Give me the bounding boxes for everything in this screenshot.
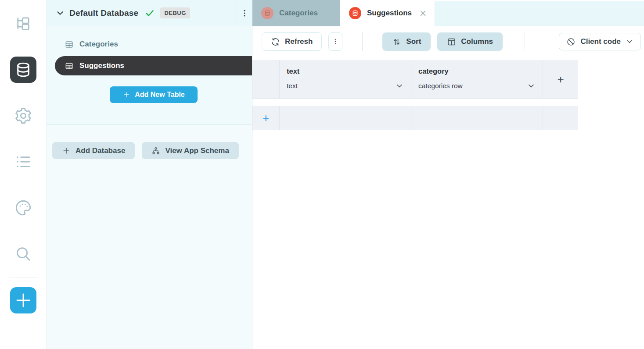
list-icon[interactable]: [10, 149, 36, 175]
toolbar-kebab-menu-icon[interactable]: [328, 32, 342, 51]
database-title: Default Database: [69, 8, 138, 18]
column-header-category[interactable]: category categories row: [411, 60, 543, 98]
row-handle-header-cell: [252, 60, 280, 98]
add-column-cell[interactable]: +: [543, 60, 578, 98]
add-row: +: [252, 106, 578, 130]
rail-divider: [9, 278, 38, 278]
empty-cell[interactable]: [411, 106, 543, 130]
add-database-button[interactable]: Add Database: [52, 142, 135, 159]
column-name: text: [287, 67, 404, 75]
add-new-table-label: Add New Table: [135, 91, 185, 99]
schema-icon: [151, 146, 160, 155]
toolbar-divider: [525, 32, 525, 51]
columns-icon: [447, 37, 456, 46]
add-column-plus-icon[interactable]: +: [557, 74, 564, 85]
table-item-label: Categories: [79, 40, 118, 49]
palette-icon[interactable]: [10, 195, 36, 221]
sort-arrows-icon: [392, 37, 401, 46]
column-type-label: categories row: [418, 82, 463, 90]
columns-button[interactable]: Columns: [437, 32, 503, 51]
sort-button[interactable]: Sort: [382, 32, 431, 51]
table-database-icon: [349, 7, 361, 19]
close-icon[interactable]: [419, 8, 427, 18]
tab-suggestions[interactable]: Suggestions: [340, 0, 435, 26]
grid-header-row: text text category categories row +: [252, 60, 578, 99]
client-code-dropdown[interactable]: Client code: [559, 33, 641, 50]
tree-icon[interactable]: [10, 11, 36, 37]
column-type-label: text: [287, 82, 298, 90]
tab-label: Suggestions: [367, 9, 412, 18]
plus-icon[interactable]: [10, 287, 36, 313]
debug-badge: DEBUG: [160, 7, 190, 18]
collapse-chevron-icon[interactable]: [54, 7, 67, 20]
client-code-label: Client code: [580, 37, 621, 46]
table-item-suggestions[interactable]: Suggestions: [55, 56, 252, 75]
chevron-down-icon: [395, 82, 404, 90]
refresh-label: Refresh: [285, 37, 313, 46]
add-row-cell[interactable]: +: [252, 106, 280, 130]
refresh-icon: [271, 37, 280, 46]
tab-categories[interactable]: Categories: [252, 0, 340, 26]
main-content: Categories Suggestions Refresh: [252, 0, 644, 349]
database-icon[interactable]: [10, 57, 36, 83]
sort-label: Sort: [406, 37, 421, 46]
database-panel: Default Database DEBUG Categories Sugges…: [47, 0, 252, 349]
table-database-icon: [261, 7, 273, 19]
add-row-plus-icon[interactable]: +: [263, 112, 269, 124]
column-type-dropdown[interactable]: categories row: [418, 82, 536, 90]
column-type-dropdown[interactable]: text: [287, 82, 404, 90]
view-app-schema-label: View App Schema: [165, 146, 229, 155]
column-header-text[interactable]: text text: [280, 60, 411, 98]
table-item-label: Suggestions: [79, 61, 124, 70]
refresh-button[interactable]: Refresh: [262, 32, 322, 51]
plus-icon: [62, 146, 71, 155]
tab-bar-empty-area: [435, 0, 644, 26]
column-name: category: [418, 67, 536, 75]
table-icon: [65, 40, 73, 49]
grid-toolbar: Refresh Sort Columns Client code: [252, 26, 644, 57]
empty-cell[interactable]: [280, 106, 411, 130]
database-panel-header: Default Database DEBUG: [47, 0, 252, 26]
table-icon: [65, 62, 73, 70]
chevron-down-icon: [527, 82, 536, 90]
table-item-categories[interactable]: Categories: [65, 38, 252, 50]
gear-icon[interactable]: [10, 103, 36, 129]
kebab-menu-icon[interactable]: [237, 0, 252, 26]
chevron-down-icon: [626, 38, 633, 46]
plus-icon: [122, 91, 130, 99]
add-new-table-button[interactable]: Add New Table: [110, 86, 198, 103]
view-app-schema-button[interactable]: View App Schema: [142, 142, 239, 159]
ban-icon: [566, 37, 576, 46]
search-icon[interactable]: [10, 241, 36, 267]
empty-cell: [543, 106, 578, 130]
columns-label: Columns: [461, 37, 493, 46]
tables-list: Categories Suggestions Add New Table: [47, 26, 252, 125]
tab-bar: Categories Suggestions: [252, 0, 644, 26]
check-icon: [144, 8, 155, 18]
add-database-label: Add Database: [76, 146, 125, 155]
panel-footer: Add Database View App Schema: [47, 125, 252, 349]
tab-label: Categories: [279, 9, 318, 18]
data-grid: text text category categories row + +: [252, 60, 578, 130]
toolbar-divider: [362, 32, 363, 51]
icon-rail: [0, 0, 47, 349]
